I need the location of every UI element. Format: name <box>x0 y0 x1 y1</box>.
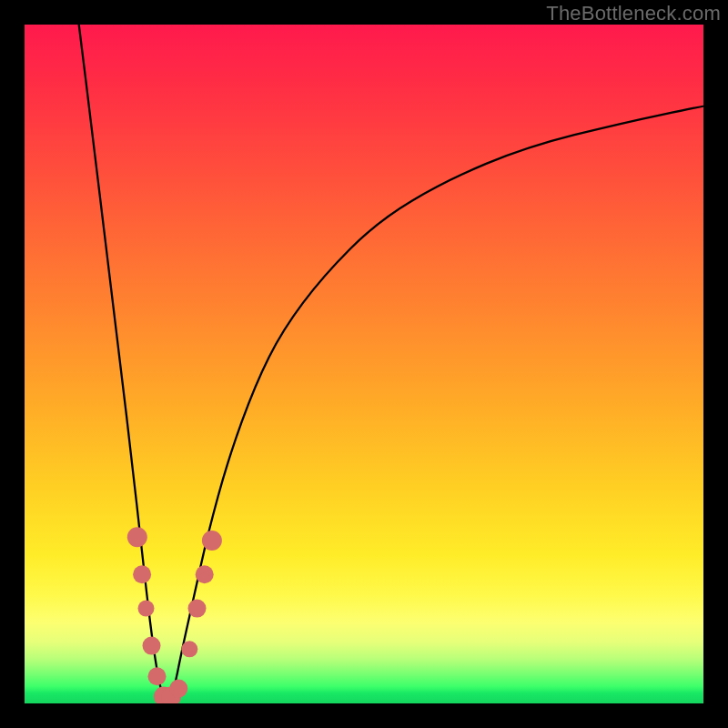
bottleneck-curve <box>79 25 703 700</box>
marker-dot <box>143 637 161 655</box>
marker-dot <box>202 531 222 551</box>
chart-svg <box>25 25 703 703</box>
watermark-text: TheBottleneck.com <box>546 2 721 25</box>
marker-dot <box>181 641 197 657</box>
marker-dot <box>188 600 207 618</box>
marker-dot <box>138 601 155 617</box>
marker-dot <box>133 565 151 583</box>
marker-dot <box>127 527 147 547</box>
marker-dot <box>169 680 187 698</box>
marker-dot <box>196 565 214 583</box>
plot-area <box>25 25 703 703</box>
chart-frame: TheBottleneck.com <box>0 0 728 728</box>
marker-dot <box>148 667 167 685</box>
